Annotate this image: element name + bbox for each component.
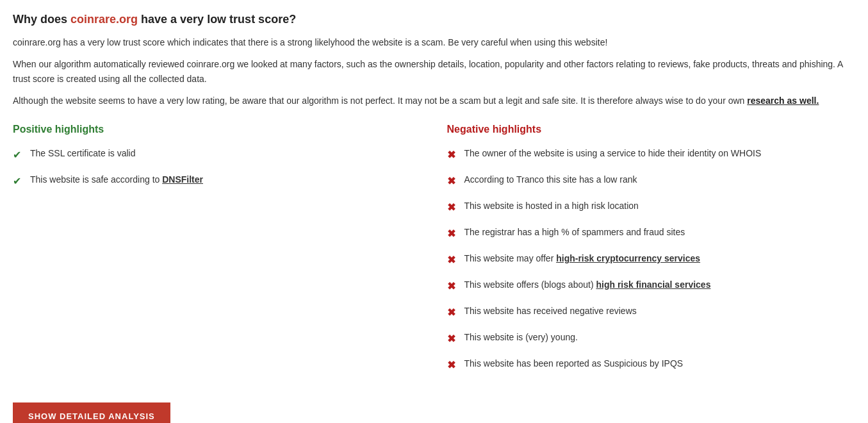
title-suffix: have a very low trust score? <box>138 13 296 26</box>
negative-item-5-prefix: This website may offer <box>464 253 557 263</box>
positive-item-2: ✔ This website is safe according to DNSF… <box>13 173 422 189</box>
description-2: When our algorithm automatically reviewe… <box>13 57 855 86</box>
title-prefix: Why does <box>13 13 70 26</box>
negative-item-4: ✖ The registrar has a high % of spammers… <box>447 226 856 242</box>
positive-highlights-heading: Positive highlights <box>13 124 422 135</box>
positive-highlights-col: Positive highlights ✔ The SSL certificat… <box>13 124 434 383</box>
negative-item-9: ✖ This website has been reported as Susp… <box>447 357 856 373</box>
negative-item-2-text: According to Tranco this site has a low … <box>464 173 637 187</box>
page-title: Why does coinrare.org have a very low tr… <box>13 13 855 26</box>
x-icon-5: ✖ <box>447 253 455 268</box>
highlights-container: Positive highlights ✔ The SSL certificat… <box>13 124 855 383</box>
x-icon-8: ✖ <box>447 331 455 347</box>
negative-highlights-col: Negative highlights ✖ The owner of the w… <box>434 124 856 383</box>
x-icon-4: ✖ <box>447 226 455 242</box>
x-icon-7: ✖ <box>447 305 455 320</box>
positive-item-2-prefix: This website is safe according to <box>30 174 162 185</box>
x-icon-9: ✖ <box>447 358 455 373</box>
financial-services-link[interactable]: high risk financial services <box>596 279 710 290</box>
check-icon-1: ✔ <box>13 147 21 163</box>
negative-item-6: ✖ This website offers (blogs about) high… <box>447 278 856 294</box>
site-name: coinrare.org <box>70 13 138 26</box>
positive-item-1-text: The SSL certificate is valid <box>30 147 135 160</box>
research-link[interactable]: research as well. <box>747 95 819 106</box>
negative-item-1-text: The owner of the website is using a serv… <box>464 147 762 160</box>
x-icon-6: ✖ <box>447 279 455 294</box>
negative-item-2: ✖ According to Tranco this site has a lo… <box>447 173 856 189</box>
negative-item-8: ✖ This website is (very) young. <box>447 331 856 347</box>
positive-item-2-text: This website is safe according to DNSFil… <box>30 173 203 187</box>
description-3: Although the website seems to have a ver… <box>13 94 855 108</box>
negative-item-7-text: This website has received negative revie… <box>464 304 637 318</box>
description-1: coinrare.org has a very low trust score … <box>13 35 855 49</box>
negative-item-5: ✖ This website may offer high-risk crypt… <box>447 252 856 268</box>
dnsfilter-link[interactable]: DNSFilter <box>162 174 203 185</box>
x-icon-3: ✖ <box>447 200 455 215</box>
x-icon-1: ✖ <box>447 147 455 163</box>
negative-item-3: ✖ This website is hosted in a high risk … <box>447 199 856 215</box>
positive-item-1: ✔ The SSL certificate is valid <box>13 147 422 163</box>
negative-item-6-text: This website offers (blogs about) high r… <box>464 278 711 292</box>
negative-item-9-text: This website has been reported as Suspic… <box>464 357 684 370</box>
negative-item-6-prefix: This website offers (blogs about) <box>464 279 596 290</box>
negative-item-3-text: This website is hosted in a high risk lo… <box>464 199 639 213</box>
description-3-before: Although the website seems to have a ver… <box>13 95 747 106</box>
check-icon-2: ✔ <box>13 174 21 189</box>
negative-item-7: ✖ This website has received negative rev… <box>447 304 856 320</box>
negative-item-1: ✖ The owner of the website is using a se… <box>447 147 856 163</box>
x-icon-2: ✖ <box>447 174 455 189</box>
negative-item-8-text: This website is (very) young. <box>464 331 578 344</box>
show-analysis-button[interactable]: SHOW DETAILED ANALYSIS <box>13 402 170 423</box>
crypto-services-link[interactable]: high-risk cryptocurrency services <box>556 253 700 263</box>
negative-item-5-text: This website may offer high-risk cryptoc… <box>464 252 701 265</box>
negative-highlights-heading: Negative highlights <box>447 124 856 135</box>
negative-item-4-text: The registrar has a high % of spammers a… <box>464 226 685 239</box>
